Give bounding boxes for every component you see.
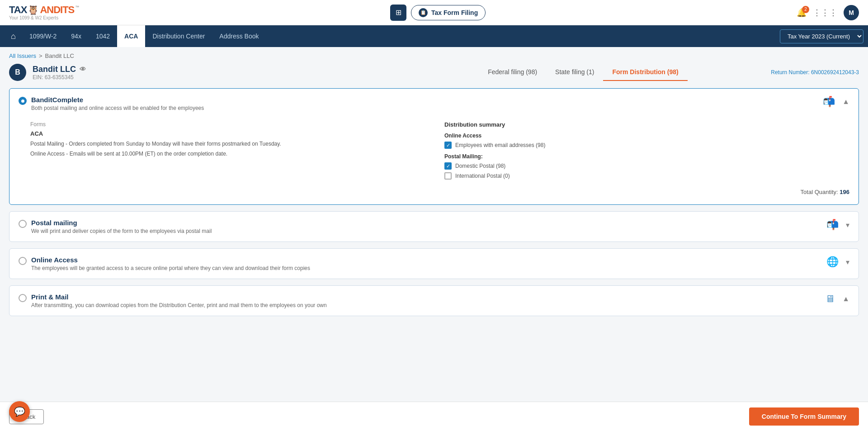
- logo-sub: Your 1099 & W2 Experts: [9, 15, 79, 20]
- nav-bar: ⌂ 1099/W-2 94x 1042 ACA Distribution Cen…: [0, 25, 868, 47]
- option-header-right-postal: 📬 ▾: [826, 219, 849, 231]
- print-mail-icon: 🖥: [825, 293, 835, 305]
- checkbox-row-international: International Postal (0): [444, 172, 849, 180]
- main-content: BanditComplete Both postal mailing and o…: [0, 81, 868, 359]
- toggle-postal-mailing[interactable]: ▾: [846, 221, 849, 229]
- avatar[interactable]: M: [844, 5, 859, 20]
- option-header-bandit-complete: BanditComplete Both postal mailing and o…: [9, 89, 859, 118]
- total-quantity-value: 196: [840, 189, 849, 195]
- option-header-postal-mailing: Postal mailing We will print and deliver…: [9, 212, 859, 242]
- option-header-right-online: 🌐 ▾: [826, 256, 849, 268]
- nav-item-address-book[interactable]: Address Book: [212, 25, 266, 47]
- radio-bandit-complete[interactable]: [19, 97, 27, 105]
- radio-online-access[interactable]: [19, 257, 27, 265]
- tax-year-select[interactable]: Tax Year 2023 (Current): [780, 29, 863, 43]
- option-header-left-print: Print & Mail After transmitting, you can…: [19, 293, 327, 308]
- tab-state-filing[interactable]: State filing (1): [546, 64, 603, 81]
- breadcrumb-all-issuers[interactable]: All Issuers: [9, 52, 36, 59]
- radio-print-mail[interactable]: [19, 294, 27, 302]
- option-title-print: Print & Mail: [31, 293, 327, 301]
- option-card-postal-mailing: Postal mailing We will print and deliver…: [9, 211, 859, 242]
- form-type-aca: ACA: [30, 130, 435, 137]
- header-center: ⊞ 📋 Tax Form Filing: [390, 5, 486, 21]
- option-header-left-postal: Postal mailing We will print and deliver…: [19, 219, 212, 234]
- nav-right-select: Tax Year 2023 (Current): [780, 29, 863, 43]
- option-header-online-access: Online Access The employees will be gran…: [9, 249, 859, 279]
- nav-item-1099w2[interactable]: 1099/W-2: [22, 25, 64, 47]
- apps-button[interactable]: ⋮⋮⋮: [813, 8, 837, 18]
- logo-owl-icon: 🦉: [28, 5, 39, 15]
- checkbox-domestic-label: Domestic Postal (98): [455, 163, 505, 169]
- option-card-bandit-complete: BanditComplete Both postal mailing and o…: [9, 88, 859, 205]
- total-quantity: Total Quantity: 196: [30, 189, 849, 195]
- option-header-left-online: Online Access The employees will be gran…: [19, 256, 310, 271]
- nav-home-button[interactable]: ⌂: [5, 25, 22, 47]
- logo-tax: TAX: [9, 5, 27, 15]
- company-header: B Bandit LLC 👁 EIN: 63-6355345 Federal f…: [0, 59, 868, 81]
- checkbox-international[interactable]: [444, 172, 452, 180]
- option-desc-online: The employees will be granted access to …: [31, 265, 310, 271]
- option-title-bandit-complete: BanditComplete: [31, 96, 204, 104]
- radio-postal-mailing[interactable]: [19, 220, 27, 228]
- tabs-row: Federal filing (98) State filing (1) For…: [402, 64, 765, 81]
- option-card-online-access: Online Access The employees will be gran…: [9, 248, 859, 279]
- checkbox-row-domestic: ✓ Domestic Postal (98): [444, 162, 849, 170]
- top-header: TAX 🦉 ANDITS ™ Your 1099 & W2 Experts ⊞ …: [0, 0, 868, 25]
- tab-federal-filing[interactable]: Federal filing (98): [479, 64, 546, 81]
- logo-tm: ™: [75, 5, 79, 10]
- option-header-right-print: 🖥 ▲: [825, 293, 849, 305]
- nav-item-aca[interactable]: ACA: [117, 25, 145, 47]
- forms-label: Forms: [30, 121, 435, 128]
- tab-form-distribution[interactable]: Form Distribution (98): [603, 64, 687, 81]
- postal-icon: 📬: [823, 96, 835, 108]
- company-name-row: Bandit LLC 👁: [33, 65, 396, 74]
- online-access-subtitle: Online Access: [444, 133, 849, 139]
- option-desc-print: After transmitting, you can download cop…: [31, 302, 327, 308]
- header-right: 🔔 2 ⋮⋮⋮ M: [797, 5, 859, 20]
- postal-mailing-subtitle: Postal Mailing:: [444, 153, 849, 160]
- option-header-right: 📬 ▲: [823, 96, 849, 108]
- option-title-area-online: Online Access The employees will be gran…: [31, 256, 310, 271]
- toggle-print-mail[interactable]: ▲: [842, 295, 849, 303]
- breadcrumb-separator: >: [39, 52, 42, 59]
- online-access-icon: 🌐: [826, 256, 839, 268]
- option-body-grid: Forms ACA Postal Mailing - Orders comple…: [30, 121, 849, 182]
- option-title-area-postal: Postal mailing We will print and deliver…: [31, 219, 212, 234]
- tax-form-filing-button[interactable]: 📋 Tax Form Filing: [411, 5, 486, 20]
- company-avatar: B: [9, 64, 26, 81]
- option-header-left: BanditComplete Both postal mailing and o…: [19, 96, 204, 111]
- form-note-postal: Postal Mailing - Orders completed from S…: [30, 140, 435, 148]
- breadcrumb-current: Bandit LLC: [45, 52, 74, 59]
- return-number: Return Number: 6N002692412043-3: [771, 69, 859, 76]
- checkbox-email[interactable]: ✓: [444, 142, 452, 149]
- option-title-area: BanditComplete Both postal mailing and o…: [31, 96, 204, 111]
- nav-item-1042[interactable]: 1042: [89, 25, 117, 47]
- nav-item-distribution-center[interactable]: Distribution Center: [145, 25, 212, 47]
- toggle-bandit-complete[interactable]: ▲: [842, 98, 849, 106]
- checkbox-email-label: Employees with email addresses (98): [455, 142, 545, 148]
- checkbox-international-label: International Postal (0): [455, 173, 510, 179]
- option-desc-bandit-complete: Both postal mailing and online access wi…: [31, 105, 204, 111]
- option-card-print-mail: Print & Mail After transmitting, you can…: [9, 285, 859, 316]
- breadcrumb: All Issuers > Bandit LLC: [0, 47, 868, 59]
- company-info: Bandit LLC 👁 EIN: 63-6355345: [33, 65, 396, 81]
- visibility-icon[interactable]: 👁: [80, 66, 86, 73]
- option-body-bandit-complete: Forms ACA Postal Mailing - Orders comple…: [9, 121, 859, 204]
- option-title-area-print: Print & Mail After transmitting, you can…: [31, 293, 327, 308]
- grid-icon-button[interactable]: ⊞: [390, 5, 406, 21]
- option-header-print-mail: Print & Mail After transmitting, you can…: [9, 286, 859, 316]
- form-note-online: Online Access - Emails will be sent at 1…: [30, 150, 435, 158]
- dist-summary-title: Distribution summary: [444, 121, 849, 128]
- toggle-online-access[interactable]: ▾: [846, 258, 849, 266]
- tax-form-filing-label: Tax Form Filing: [431, 9, 478, 16]
- company-ein: EIN: 63-6355345: [33, 74, 396, 81]
- nav-item-94x[interactable]: 94x: [64, 25, 89, 47]
- forms-info: Forms ACA Postal Mailing - Orders comple…: [30, 121, 435, 182]
- notifications-button[interactable]: 🔔 2: [797, 8, 807, 18]
- checkbox-domestic[interactable]: ✓: [444, 162, 452, 170]
- notification-badge: 2: [802, 6, 809, 13]
- option-desc-postal: We will print and deliver copies of the …: [31, 228, 212, 234]
- option-title-postal: Postal mailing: [31, 219, 212, 227]
- postal-mailing-icon: 📬: [826, 219, 839, 231]
- option-title-online: Online Access: [31, 256, 310, 264]
